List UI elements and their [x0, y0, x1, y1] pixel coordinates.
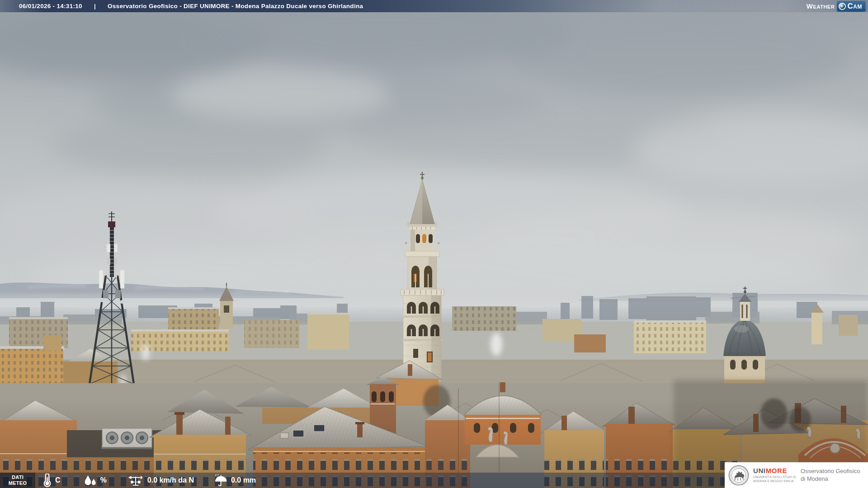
weathercam-badge: Cam — [837, 1, 866, 12]
umbrella-icon — [214, 474, 227, 487]
humidity-metric: % — [83, 474, 107, 487]
rain-value: 0.0 mm — [231, 476, 256, 484]
webcam-photo — [0, 0, 868, 488]
rain-metric: 0.0 mm — [214, 474, 256, 487]
wind-value: 0.0 km/h da N — [147, 476, 194, 484]
water-drops-icon — [83, 474, 97, 487]
wind-vane-icon — [127, 474, 144, 487]
dati-meteo-label: DATI METEO — [0, 473, 35, 488]
university-name-line1: UNIVERSITÀ DEGLI STUDI DI — [753, 475, 796, 479]
header-bar: 06/01/2026 - 14:31:10 | Osservatorio Geo… — [0, 0, 868, 12]
wind-metric: 0.0 km/h da N — [127, 474, 194, 487]
thermometer-icon — [42, 474, 52, 487]
university-name: UNIVERSITÀ DEGLI STUDI DI MODENA E REGGI… — [753, 475, 796, 483]
weathercam-logo[interactable]: Weather Cam — [807, 1, 866, 12]
observatory-name-line2: di Modena — [801, 475, 860, 483]
camera-lens-icon — [839, 3, 846, 10]
humidity-value: % — [100, 476, 107, 484]
temperature-metric: C — [42, 474, 61, 487]
unimore-acronym-uni: UNI — [753, 467, 766, 474]
temperature-value: C — [55, 476, 61, 484]
unimore-branding[interactable]: UNIMORE UNIVERSITÀ DEGLI STUDI DI MODENA… — [725, 462, 868, 488]
observatory-name-line1: Osservatorio Geofisico — [801, 468, 860, 475]
webcam-page: 06/01/2026 - 14:31:10 | Osservatorio Geo… — [0, 0, 868, 488]
unimore-acronym: UNIMORE — [753, 467, 796, 474]
unimore-wordmark: UNIMORE UNIVERSITÀ DEGLI STUDI DI MODENA… — [753, 467, 796, 483]
timestamp: 06/01/2026 - 14:31:10 — [19, 3, 82, 9]
unimore-seal-icon — [728, 465, 749, 486]
page-title: Osservatorio Geofisico - DIEF UNIMORE - … — [108, 3, 363, 9]
weathercam-logo-text-cam: Cam — [848, 2, 862, 11]
dati-label-line2: METEO — [9, 480, 27, 486]
separator: | — [94, 3, 96, 9]
university-name-line2: MODENA E REGGIO EMILIA — [753, 479, 796, 483]
weathercam-logo-text-weather: Weather — [807, 2, 835, 10]
observatory-name: Osservatorio Geofisico di Modena — [801, 468, 860, 483]
dati-label-line1: DATI — [12, 474, 24, 480]
unimore-acronym-more: MORE — [766, 467, 787, 474]
